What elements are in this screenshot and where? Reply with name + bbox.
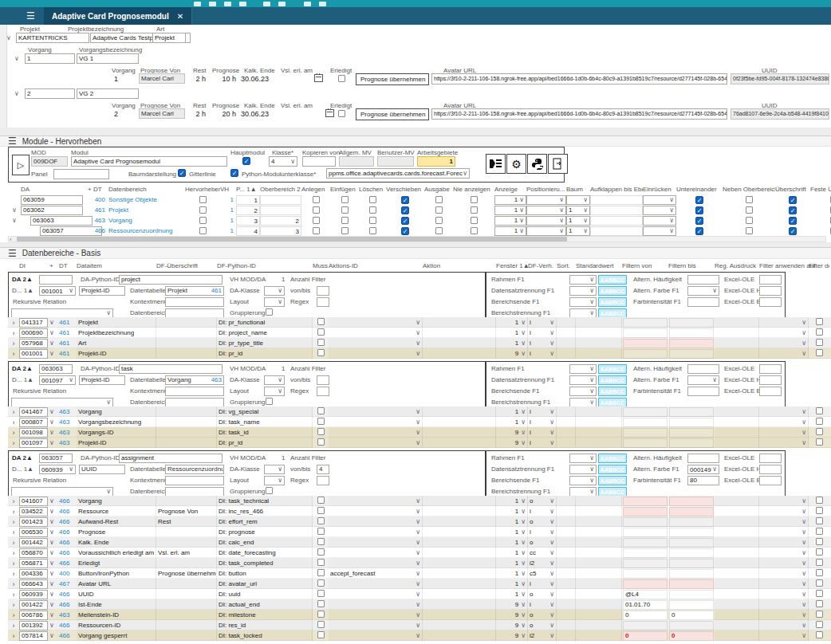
relation-field[interactable]: Projekt-ID xyxy=(79,375,125,385)
kontextmenu-field[interactable] xyxy=(165,297,224,307)
filtern-bis-field[interactable] xyxy=(669,579,714,589)
chevron-down-icon[interactable]: ∨ xyxy=(49,498,59,505)
panel-field[interactable] xyxy=(53,169,109,179)
filtern-von-field[interactable] xyxy=(623,497,668,506)
filtern-von-field[interactable]: 01.01.70 xyxy=(623,600,668,610)
filter-deak-checkbox[interactable] xyxy=(816,517,823,524)
muss-checkbox[interactable] xyxy=(317,548,325,556)
sort-cell[interactable] xyxy=(557,417,576,427)
sort-cell[interactable] xyxy=(557,630,576,641)
aktion-cell[interactable] xyxy=(423,599,496,610)
chevron-down-icon[interactable]: ∨ xyxy=(49,519,59,525)
task1-avatar-url-field[interactable]: https://3f10-2-211-106-158.ngrok-free.ap… xyxy=(431,73,727,84)
da-id-field[interactable]: 063062 xyxy=(39,275,73,285)
df-verh-value[interactable]: i xyxy=(530,408,531,415)
row-expander-icon[interactable]: › xyxy=(13,539,15,547)
reg-ausdruck-cell[interactable] xyxy=(715,506,759,516)
reg-ausdruck-cell[interactable] xyxy=(715,328,759,338)
chevron-down-icon[interactable]: ∨ xyxy=(49,571,59,577)
di-input[interactable]: 006786 xyxy=(19,611,48,620)
dataitem-row[interactable]: › 041607 ∨ 466 Vorgang DI: task_technica… xyxy=(8,496,831,506)
filtern-bis-field[interactable] xyxy=(669,538,714,548)
anlegen-checkbox[interactable] xyxy=(313,206,320,214)
muss-checkbox[interactable] xyxy=(317,328,325,336)
filter-deak-checkbox[interactable] xyxy=(816,497,823,504)
sort-cell[interactable] xyxy=(557,516,576,527)
filtern-bis-field[interactable] xyxy=(669,548,714,558)
filter-deak-checkbox[interactable] xyxy=(816,428,823,435)
col-dt[interactable]: DT xyxy=(93,186,102,193)
hervorheben-checkbox[interactable] xyxy=(199,217,207,224)
row-expander-icon[interactable]: › xyxy=(13,528,15,536)
nie-anzeigen-checkbox[interactable] xyxy=(471,196,478,203)
filter-deak-checkbox[interactable] xyxy=(816,548,823,556)
filtern-bis-field[interactable] xyxy=(669,428,714,438)
dataitem-row[interactable]: › 001001 ∨ 461 Projekt-ID DI: pr_id ∨ 9∨… xyxy=(8,348,831,359)
standardwert-cell[interactable] xyxy=(576,610,622,620)
col-vh[interactable]: VH xyxy=(220,186,236,193)
filtern-bis-field[interactable] xyxy=(669,418,714,427)
dataitem-row[interactable]: › 034522 ∨ 466 Ressource Prognose Von DI… xyxy=(8,506,831,516)
standardwert-cell[interactable] xyxy=(576,599,622,610)
df-verh-value[interactable]: o xyxy=(530,611,533,618)
df-verh-value[interactable]: i xyxy=(530,329,531,336)
df-verh-value[interactable]: o xyxy=(530,497,533,505)
farbintensitaet-field[interactable]: 80 xyxy=(687,476,719,485)
df-verh-value[interactable]: c5 xyxy=(530,570,536,577)
chevron-down-icon[interactable]: ∨ xyxy=(49,591,59,598)
fenster-value[interactable]: 1 xyxy=(515,497,518,505)
color-sample-field[interactable]: AABBCC xyxy=(598,454,627,463)
reg-ausdruck-cell[interactable] xyxy=(715,579,759,589)
module-table-row[interactable]: ∨ 063059 400 Sonstige Objekte 1 1 ✓ 1∨ ∨… xyxy=(8,194,831,205)
excel-ole-hoehe-field[interactable] xyxy=(759,286,782,296)
fenster-value[interactable]: 9 xyxy=(515,350,518,357)
df-verh-value[interactable]: o xyxy=(530,622,533,629)
sort-cell[interactable] xyxy=(557,506,576,516)
section-menu-icon[interactable]: ☰ xyxy=(8,248,17,259)
col-feste-ueberschrift[interactable]: Feste Überschrift xyxy=(810,186,831,193)
run-module-button[interactable]: ▷ xyxy=(12,155,30,175)
benutzer-mv-field[interactable] xyxy=(377,156,414,167)
reg-ausdruck-cell[interactable] xyxy=(715,338,759,348)
df-verh-value[interactable]: i xyxy=(530,580,531,587)
col-oberbereich[interactable]: Oberbereich 2▲ xyxy=(260,186,301,193)
filtern-von-field[interactable] xyxy=(623,517,668,527)
reg-ausdruck-cell[interactable] xyxy=(715,568,759,579)
filtern-bis-field[interactable] xyxy=(669,621,714,630)
chevron-down-icon[interactable]: ∨ xyxy=(49,430,59,436)
fenster-value[interactable]: 1 xyxy=(515,408,518,415)
task2-id-field[interactable]: 2 xyxy=(25,88,75,99)
da-python-id-field[interactable]: project xyxy=(119,275,223,285)
section-menu-icon[interactable]: ☰ xyxy=(8,135,17,147)
filter-deak-checkbox[interactable] xyxy=(816,631,823,638)
chevron-down-icon[interactable]: ∨ xyxy=(49,409,59,415)
von-bis-field[interactable]: 4 xyxy=(317,465,329,474)
color-sample-field[interactable]: AABBCC xyxy=(598,476,627,485)
muss-checkbox[interactable] xyxy=(317,349,325,356)
di-input[interactable]: 001097 xyxy=(19,438,48,448)
altern-haeufigkeit-field[interactable] xyxy=(687,275,719,285)
standardwert-cell[interactable] xyxy=(576,496,622,506)
col-da[interactable]: DA xyxy=(21,186,88,193)
chevron-down-icon[interactable]: ∨ xyxy=(49,340,59,347)
reg-ausdruck-cell[interactable] xyxy=(715,630,759,641)
filter-deak-checkbox[interactable] xyxy=(816,528,823,535)
reg-ausdruck-cell[interactable] xyxy=(715,548,759,558)
standardwert-cell[interactable] xyxy=(576,348,622,359)
filter-deak-checkbox[interactable] xyxy=(816,339,823,346)
chevron-down-icon[interactable]: ∨ xyxy=(49,529,59,536)
aktion-cell[interactable] xyxy=(423,348,496,359)
fenster-value[interactable]: 1 xyxy=(515,570,518,577)
ueberschrift-checkbox[interactable]: ✓ xyxy=(789,227,797,235)
da-input[interactable]: 063059 xyxy=(21,195,83,205)
oberbereich-cell[interactable]: 2 xyxy=(260,216,301,226)
aufklappen-cell[interactable] xyxy=(590,206,643,215)
muss-checkbox[interactable] xyxy=(317,407,325,414)
kontextmenu-field[interactable] xyxy=(165,387,224,396)
loeschen-checkbox[interactable] xyxy=(369,196,376,203)
di-input[interactable]: 000690 xyxy=(19,328,48,338)
filtern-von-field[interactable] xyxy=(623,559,668,568)
reg-ausdruck-cell[interactable] xyxy=(715,516,759,527)
chevron-down-icon[interactable]: ∨ xyxy=(49,612,59,618)
df-verh-value[interactable]: o xyxy=(530,539,533,546)
